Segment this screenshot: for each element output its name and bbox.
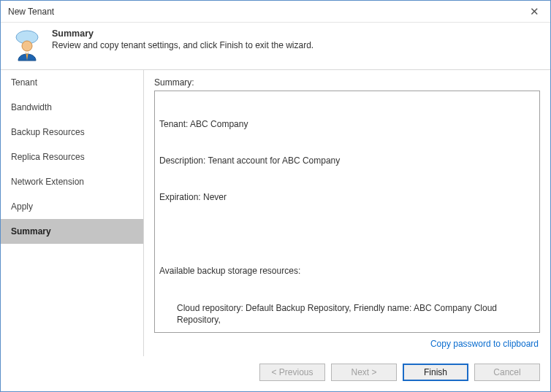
next-button: Next > — [331, 364, 397, 381]
nav-item-replica-resources[interactable]: Replica Resources — [1, 145, 143, 169]
nav-item-apply[interactable]: Apply — [1, 194, 143, 219]
nav-item-label: Bandwidth — [11, 102, 52, 112]
nav-item-label: Summary — [11, 226, 51, 237]
summary-label: Summary: — [154, 77, 540, 88]
close-icon: ✕ — [530, 5, 539, 18]
nav-item-label: Tenant — [11, 77, 37, 88]
copy-password-link[interactable]: Copy password to clipboard — [430, 339, 539, 349]
summary-line-backup-detail1: Cloud repository: Default Backup Reposit… — [159, 302, 535, 327]
summary-line-backup-header: Available backup storage resources: — [159, 265, 535, 277]
wizard-nav: TenantBandwidthBackup ResourcesReplica R… — [1, 70, 144, 356]
content-area: Summary: Tenant: ABC Company Description… — [144, 70, 550, 356]
summary-textbox[interactable]: Tenant: ABC Company Description: Tenant … — [154, 91, 540, 333]
nav-item-summary[interactable]: Summary — [1, 219, 143, 244]
nav-item-label: Network Extension — [11, 177, 84, 187]
finish-button[interactable]: Finish — [403, 364, 468, 381]
wizard-header-text: Summary Review and copy tenant settings,… — [52, 27, 314, 50]
tenant-icon — [10, 27, 45, 62]
summary-blank-1 — [159, 228, 535, 241]
wizard-footer: < Previous Next > Finish Cancel — [1, 356, 550, 391]
titlebar: New Tenant ✕ — [1, 1, 550, 23]
close-button[interactable]: ✕ — [518, 1, 550, 23]
nav-item-network-extension[interactable]: Network Extension — [1, 169, 143, 194]
summary-line-expiration: Expiration: Never — [159, 191, 535, 204]
wizard-body: TenantBandwidthBackup ResourcesReplica R… — [1, 69, 550, 356]
nav-item-label: Backup Resources — [11, 127, 85, 137]
nav-item-tenant[interactable]: Tenant — [1, 70, 143, 95]
page-subtitle: Review and copy tenant settings, and cli… — [52, 40, 314, 50]
page-title: Summary — [52, 28, 314, 39]
svg-point-1 — [22, 41, 32, 51]
link-row: Copy password to clipboard — [154, 333, 540, 352]
summary-line-description: Description: Tenant account for ABC Comp… — [159, 155, 535, 167]
wizard-header: Summary Review and copy tenant settings,… — [1, 23, 550, 69]
previous-button: < Previous — [259, 364, 325, 381]
cancel-button: Cancel — [474, 364, 540, 381]
summary-line-tenant: Tenant: ABC Company — [159, 118, 535, 131]
wizard-window: New Tenant ✕ Summary Review and copy ten… — [0, 0, 551, 392]
nav-item-label: Apply — [11, 201, 33, 212]
nav-item-bandwidth[interactable]: Bandwidth — [1, 95, 143, 120]
nav-item-backup-resources[interactable]: Backup Resources — [1, 120, 143, 145]
nav-item-label: Replica Resources — [11, 152, 85, 162]
window-title: New Tenant — [8, 7, 54, 17]
